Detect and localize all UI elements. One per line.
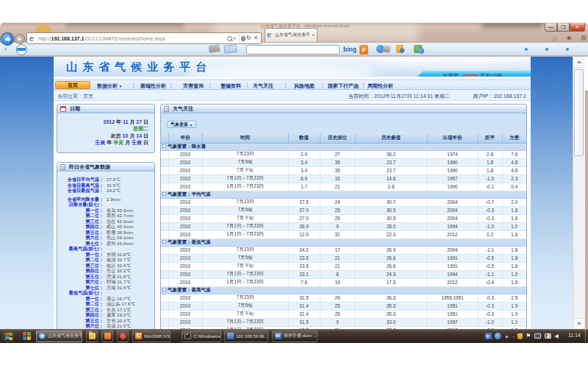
- security-shield-icon[interactable]: [517, 333, 523, 339]
- chevron-down-icon[interactable]: ▼: [233, 36, 237, 40]
- collapse-box-icon[interactable]: [162, 288, 166, 291]
- stop-icon[interactable]: ✕: [254, 33, 259, 43]
- rewards-tool-icon[interactable]: [396, 45, 404, 54]
- back-button[interactable]: [1, 32, 14, 46]
- scrollbar-thumb[interactable]: [574, 69, 584, 156]
- table-row[interactable]: 20101月1日～7月23日12.03122.320120.21.6: [161, 230, 526, 238]
- tab-close-icon[interactable]: ×: [312, 32, 315, 38]
- menu-item[interactable]: 风险地图: [294, 82, 315, 90]
- weather-stat-line: 第四位：崂山 40.3mm: [57, 224, 154, 230]
- document-icon: [164, 106, 169, 112]
- hidden-icons-caret[interactable]: ▲: [505, 334, 509, 339]
- table-header-cell[interactable]: 时间: [202, 133, 288, 143]
- menu-separator: [247, 82, 248, 88]
- forward-button[interactable]: [15, 34, 25, 44]
- table-row[interactable]: 20107月23日31.52936.31955,1951-0.32.5: [161, 294, 526, 302]
- home-icon[interactable]: ⌂: [553, 34, 557, 42]
- table-header-cell[interactable]: 历史排位: [320, 133, 355, 143]
- yesterday-panel-header: 昨日全省气象数据: [57, 163, 154, 171]
- search-icon[interactable]: [227, 36, 232, 41]
- menu-item[interactable]: 周期性分析: [368, 82, 393, 90]
- table-row[interactable]: 20107月1日～7月23日26.9928.01994-1.01.0: [161, 222, 526, 230]
- table-row[interactable]: 20107月5候31.42535.31951-0.31.9: [161, 302, 526, 310]
- tray-app-icon[interactable]: [495, 333, 501, 339]
- url-text[interactable]: http://192.168.137.1/GLCCLIMATE/modules/…: [38, 36, 227, 41]
- mail-icon[interactable]: [223, 44, 237, 54]
- address-bar[interactable]: e http://192.168.137.1/GLCCLIMATE/module…: [26, 32, 262, 44]
- language-indicator[interactable]: 中: [485, 333, 492, 339]
- video-tool-icon[interactable]: [376, 45, 384, 53]
- table-group-row[interactable]: 气象要素：最低气温: [161, 238, 526, 246]
- table-row[interactable]: 20107月23日2.92736.219742.87.6: [161, 150, 526, 158]
- display-icon[interactable]: [534, 333, 541, 339]
- taskbar-clock[interactable]: 11:14: [568, 333, 581, 338]
- card-icon[interactable]: [208, 44, 220, 53]
- table-row[interactable]: 20107月23日27.52430.72004-0.72.0: [161, 198, 526, 206]
- translate-tool-icon[interactable]: [414, 45, 422, 53]
- taskbar-button[interactable]: Win2008 (VS2...: [132, 330, 171, 342]
- table-header-cell[interactable]: 出现年份: [427, 133, 478, 143]
- table-row[interactable]: 20101月1日～7月23日7.61917.32012-0.41.6: [161, 278, 526, 286]
- menu-item[interactable]: 数据分析 ▼: [97, 82, 122, 90]
- table-row[interactable]: 20107月下旬3.43523.719901.84.8: [161, 166, 526, 174]
- menu-item[interactable]: 灾害查询: [183, 82, 204, 90]
- table-row[interactable]: 20107月1日～7月23日31.5933.01997-1.01.1: [161, 318, 526, 326]
- collapse-box-icon[interactable]: [162, 240, 166, 244]
- bing-search-button[interactable]: [359, 45, 368, 54]
- taskbar-button[interactable]: [117, 330, 129, 342]
- table-header-cell[interactable]: 距平: [478, 133, 502, 143]
- table-row[interactable]: 20107月下旬23.52126.61991-0.51.6: [161, 262, 526, 270]
- menu-item[interactable]: 天气关注: [253, 82, 273, 90]
- close-button[interactable]: ✕: [570, 24, 585, 32]
- calendar-lunar-date: 农历 10 月 14 日: [57, 132, 148, 139]
- taskbar-button[interactable]: 操作手册.docx ...: [272, 330, 318, 342]
- menu-item-home[interactable]: 首页: [55, 81, 90, 89]
- table-row[interactable]: 20101月1日～7月23日1.7212.81990-0.10.4: [161, 183, 526, 191]
- browser-tab[interactable]: e 山东省气候业务平... ×: [265, 28, 318, 43]
- table-group-row[interactable]: 气象要素：最高气温: [161, 286, 526, 294]
- toolbar-close-icon[interactable]: x: [4, 46, 7, 52]
- gear-icon[interactable]: ⚙: [581, 34, 587, 42]
- table-header-cell[interactable]: 方差: [502, 133, 526, 143]
- menu-item[interactable]: 国家下行产品: [328, 82, 359, 90]
- table-group-row[interactable]: 气象要素：平均气温: [161, 191, 526, 198]
- menu-item[interactable]: 整编资料: [220, 82, 241, 90]
- page-scrollbar[interactable]: [573, 57, 584, 329]
- taskbar-button[interactable]: [86, 330, 98, 342]
- show-desktop-button[interactable]: [585, 329, 586, 343]
- minimize-button[interactable]: —: [545, 24, 557, 32]
- menu-item[interactable]: 极端性分析: [140, 82, 166, 90]
- taskbar-button[interactable]: C:\Windows\sy...: [182, 330, 221, 342]
- table-row[interactable]: 20107月下旬31.42535.31951-0.31.9: [161, 310, 526, 318]
- volume-icon[interactable]: [554, 334, 559, 339]
- table-row[interactable]: 20107月5候3.43523.719901.84.8: [161, 158, 526, 166]
- table-header-cell[interactable]: 历史极值: [355, 133, 427, 143]
- collapse-box-icon[interactable]: [162, 144, 166, 148]
- toolbar-logo-icon[interactable]: [16, 44, 27, 55]
- refresh-icon[interactable]: ↻: [246, 33, 251, 43]
- table-row[interactable]: 20107月1日～7月23日23.1824.31994-1.11.0: [161, 270, 526, 278]
- table-row[interactable]: 20107月5候23.52126.61991-0.51.6: [161, 254, 526, 262]
- taskbar-button[interactable]: [101, 330, 113, 342]
- pinned-app-icon[interactable]: [23, 332, 31, 340]
- table-header-cell: [161, 133, 168, 143]
- scrollbar-up-arrow[interactable]: [573, 57, 585, 68]
- toolbar-search-input[interactable]: [246, 45, 340, 54]
- collapse-box-icon[interactable]: [162, 192, 166, 196]
- action-center-flag-icon[interactable]: ⚑: [526, 333, 531, 340]
- table-row[interactable]: 20107月下旬27.02530.52004-0.31.6: [161, 214, 526, 222]
- maximize-button[interactable]: ❐: [557, 24, 570, 32]
- taskbar-button[interactable]: 192.168.59.99...: [224, 330, 268, 342]
- table-row[interactable]: 20107月23日24.21726.92004-1.11.8: [161, 246, 526, 254]
- table-group-row[interactable]: 气象要素：降水量: [161, 143, 526, 150]
- toolbar-overflow-dots[interactable]: [525, 48, 569, 51]
- taskbar-button[interactable]: 山东省气候业务平...: [36, 330, 82, 342]
- scrollbar-down-arrow[interactable]: [573, 318, 585, 329]
- table-row[interactable]: 20107月5候27.02530.52004-0.31.6: [161, 206, 526, 214]
- table-row[interactable]: 20107月1日～7月23日6.91614.61957-1.02.3: [161, 174, 526, 183]
- favorites-star-icon[interactable]: ★: [566, 34, 573, 42]
- table-header-cell[interactable]: 年份: [168, 133, 202, 143]
- start-button[interactable]: [2, 330, 15, 342]
- table-header-cell[interactable]: 数值: [288, 133, 320, 143]
- element-filter-button[interactable]: 气象要素 ▲: [167, 121, 196, 128]
